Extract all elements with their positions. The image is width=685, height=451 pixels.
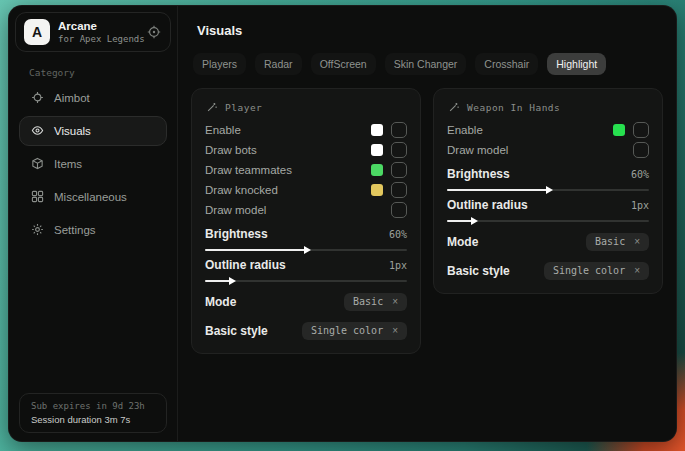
toggle-label: Enable [205, 124, 371, 136]
clear-icon[interactable]: × [634, 237, 640, 247]
dropdown-label: Basic style [447, 264, 510, 278]
sidebar: A Arcane for Apex Legends Category [9, 6, 178, 441]
package-icon [30, 157, 44, 171]
dropdown-label: Basic style [205, 324, 268, 338]
sidebar-item-items[interactable]: Items [19, 149, 167, 179]
slider-label: Brightness [447, 167, 510, 181]
sidebar-item-settings[interactable]: Settings [19, 215, 167, 245]
slider-value: 60% [389, 229, 407, 240]
checkbox[interactable] [633, 122, 649, 138]
category-label: Category [29, 67, 177, 78]
slider-fill [447, 189, 548, 191]
color-swatch[interactable] [371, 164, 383, 176]
brand-card: A Arcane for Apex Legends [15, 12, 171, 52]
dropdown-basic-style: Basic style Single color × [205, 321, 407, 340]
panel-title: Weapon In Hands [467, 102, 560, 113]
target-icon[interactable] [146, 24, 162, 40]
slider-fill [205, 280, 231, 282]
tab-crosshair[interactable]: Crosshair [475, 53, 538, 75]
color-swatch[interactable] [371, 144, 383, 156]
toggle-row-draw-teammates: Draw teammates [205, 160, 407, 180]
slider-thumb[interactable] [304, 246, 311, 254]
dropdown-pill[interactable]: Basic × [344, 293, 407, 311]
sidebar-item-label: Aimbot [54, 92, 90, 104]
color-swatch[interactable] [371, 124, 383, 136]
slider-label: Outline radius [447, 198, 528, 212]
sidebar-item-label: Settings [54, 224, 96, 236]
main-content: Visuals Players Radar OffScreen Skin Cha… [178, 6, 676, 441]
toggle-label: Enable [447, 124, 613, 136]
slider-track[interactable] [447, 220, 649, 222]
sidebar-item-aimbot[interactable]: Aimbot [19, 83, 167, 113]
dropdown-pill[interactable]: Single color × [302, 322, 407, 340]
dropdown-basic-style: Basic style Single color × [447, 261, 649, 280]
toggle-label: Draw teammates [205, 164, 371, 176]
toggle-row-draw-model: Draw model [447, 140, 649, 160]
app-name: Arcane [58, 20, 138, 32]
checkbox[interactable] [633, 142, 649, 158]
sidebar-item-visuals[interactable]: Visuals [19, 116, 167, 146]
color-swatch[interactable] [371, 184, 383, 196]
slider-track[interactable] [205, 280, 407, 282]
dropdown-value: Single color [311, 325, 383, 336]
tab-radar[interactable]: Radar [255, 53, 302, 75]
toggle-row-draw-bots: Draw bots [205, 140, 407, 160]
slider-track[interactable] [205, 249, 407, 251]
session-duration-text: Session duration 3m 7s [31, 414, 155, 425]
panel-player-header: Player [206, 101, 407, 113]
sidebar-item-label: Items [54, 158, 82, 170]
app-subtitle: for Apex Legends [58, 34, 138, 44]
tab-offscreen[interactable]: OffScreen [311, 53, 376, 75]
dropdown-pill[interactable]: Basic × [586, 233, 649, 251]
tab-bar: Players Radar OffScreen Skin Changer Cro… [193, 53, 663, 75]
app-logo: A [24, 19, 50, 45]
toggle-row-draw-model: Draw model [205, 200, 407, 220]
checkbox[interactable] [391, 142, 407, 158]
eye-icon [30, 124, 44, 138]
dropdown-value: Single color [553, 265, 625, 276]
slider-brightness: Brightness 60% [447, 167, 649, 191]
color-swatch[interactable] [613, 124, 625, 136]
tab-skin-changer[interactable]: Skin Changer [385, 53, 467, 75]
clear-icon[interactable]: × [634, 266, 640, 276]
toggle-label: Draw model [447, 144, 633, 156]
sidebar-item-label: Miscellaneous [54, 191, 127, 203]
tab-players[interactable]: Players [193, 53, 246, 75]
dropdown-mode: Mode Basic × [447, 232, 649, 251]
dropdown-value: Basic [353, 296, 383, 307]
slider-value: 60% [631, 169, 649, 180]
checkbox[interactable] [391, 122, 407, 138]
checkbox[interactable] [391, 182, 407, 198]
toggle-label: Draw model [205, 204, 391, 216]
clear-icon[interactable]: × [392, 297, 398, 307]
toggle-label: Draw knocked [205, 184, 371, 196]
slider-thumb[interactable] [471, 217, 478, 225]
toggle-row-draw-knocked: Draw knocked [205, 180, 407, 200]
wand-icon [448, 101, 460, 113]
toggle-label: Draw bots [205, 144, 371, 156]
slider-fill [447, 220, 473, 222]
panels-row: Player Enable Draw bots Draw teammates [191, 88, 663, 354]
slider-thumb[interactable] [229, 277, 236, 285]
checkbox[interactable] [391, 202, 407, 218]
slider-brightness: Brightness 60% [205, 227, 407, 251]
subscription-info-card: Sub expires in 9d 23h Session duration 3… [19, 393, 167, 433]
slider-outline-radius: Outline radius 1px [205, 258, 407, 282]
toggle-row-enable: Enable [447, 120, 649, 140]
clear-icon[interactable]: × [392, 326, 398, 336]
dropdown-pill[interactable]: Single color × [544, 262, 649, 280]
grid-icon [30, 190, 44, 204]
slider-outline-radius: Outline radius 1px [447, 198, 649, 222]
panel-player: Player Enable Draw bots Draw teammates [191, 88, 421, 354]
brand-text: Arcane for Apex Legends [58, 20, 138, 44]
slider-track[interactable] [447, 189, 649, 191]
sub-expiry-text: Sub expires in 9d 23h [31, 401, 155, 411]
dropdown-mode: Mode Basic × [205, 292, 407, 311]
page-title: Visuals [197, 23, 663, 38]
slider-thumb[interactable] [546, 186, 553, 194]
dropdown-label: Mode [447, 235, 478, 249]
dropdown-value: Basic [595, 236, 625, 247]
checkbox[interactable] [391, 162, 407, 178]
tab-highlight[interactable]: Highlight [547, 53, 606, 75]
sidebar-item-miscellaneous[interactable]: Miscellaneous [19, 182, 167, 212]
